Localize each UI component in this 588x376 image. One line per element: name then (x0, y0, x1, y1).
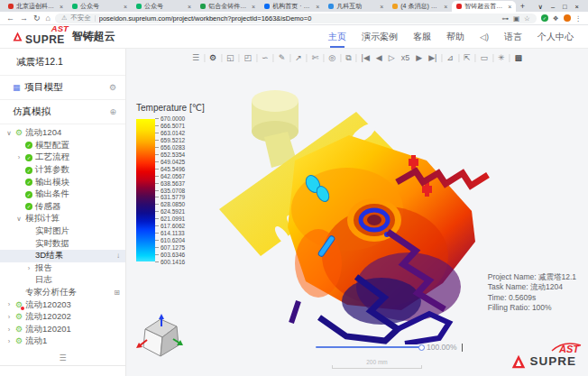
speed-x5[interactable]: x5 (398, 51, 413, 64)
new-tab-button[interactable]: + (516, 1, 528, 12)
tree-item-流动120202[interactable]: ›⚙流动120202 (0, 311, 125, 324)
chevron-right-icon[interactable]: › (5, 314, 13, 321)
chevron-right-icon[interactable]: › (5, 326, 13, 334)
model-3d-render[interactable] (212, 74, 501, 344)
chevron-right-icon[interactable]: › (15, 154, 23, 161)
clip-icon[interactable]: ✄ (308, 51, 322, 64)
extensions-puzzle-icon[interactable]: ❖ (553, 14, 559, 23)
tab-close-icon[interactable]: × (252, 4, 255, 10)
tree-item-传感器[interactable]: ✓传感器 (0, 201, 125, 214)
save-icon[interactable]: ▣ (513, 14, 519, 23)
first-frame-icon[interactable]: |◀ (358, 51, 372, 64)
app-logo[interactable]: SUPRE AST 智铸超云 (13, 27, 115, 47)
tree-item-流动1204[interactable]: ∨⚙流动1204 (0, 127, 125, 140)
tree-item-模型配置[interactable]: ✓模型配置 (0, 140, 125, 152)
display-icon[interactable]: ▭ (477, 51, 492, 64)
timeline-slider[interactable]: 100.00% (316, 343, 463, 352)
nav-item-客服[interactable]: 客服 (413, 25, 431, 48)
home-icon[interactable]: ⌂ (46, 14, 51, 23)
bookmark-star-icon[interactable]: ☆ (524, 14, 530, 23)
address-bar[interactable]: ⚠ 不安全 poseidon.supreium.com/project/work… (55, 14, 537, 23)
profile-avatar[interactable] (564, 14, 571, 22)
slider-track[interactable] (316, 346, 422, 348)
chevron-down-icon[interactable]: ∨ (15, 216, 23, 223)
tab-close-icon[interactable]: × (508, 4, 511, 10)
nav-item-个人中心[interactable]: 个人中心 (537, 25, 574, 48)
slider-handle[interactable] (418, 344, 425, 351)
tree-item-实时数据[interactable]: 实时数据 (0, 237, 125, 250)
last-frame-icon[interactable]: ▶| (426, 51, 440, 64)
chevron-right-icon[interactable]: › (5, 338, 13, 345)
back-icon[interactable]: ← (6, 14, 14, 23)
print-icon[interactable]: ▩ (511, 51, 526, 64)
tree-item-输出模块[interactable]: ✓输出模块 (0, 176, 125, 188)
tab-close-icon[interactable]: × (444, 4, 447, 10)
browser-tab[interactable]: 智铸超云首网—× (452, 1, 516, 12)
sidebar-collapse-button[interactable]: ☰ (0, 351, 125, 366)
browser-tab[interactable]: (4 条消息) 墨刀× (388, 1, 452, 12)
browser-tab[interactable]: 凡科互动× (324, 1, 388, 12)
browser-tab[interactable]: 公众号× (132, 1, 196, 12)
navigation-cube[interactable] (135, 311, 184, 362)
tree-item-流动120201[interactable]: ›⚙流动120201 (0, 324, 125, 336)
tree-item-报告[interactable]: ›报告 (0, 262, 125, 275)
browser-tab[interactable]: 北京适创科技有× (4, 1, 68, 12)
extension-badge-icon[interactable]: ✓ (541, 14, 548, 22)
reload-icon[interactable]: ↻ (33, 14, 41, 23)
export-view-icon[interactable]: ↗ (292, 51, 306, 64)
model-box-icon[interactable]: ◰ (241, 51, 255, 64)
nav-item-语言[interactable]: 语言 (504, 25, 522, 48)
share-icon[interactable]: ⇱ (460, 51, 473, 64)
progress-value[interactable]: 100.00% (427, 343, 457, 352)
maximize-icon[interactable]: □ (563, 3, 567, 11)
play-icon[interactable]: ▷ (385, 51, 398, 64)
tree-item-计算参数[interactable]: ✓计算参数 (0, 164, 125, 177)
tab-close-icon[interactable]: × (60, 4, 63, 10)
more-menu-icon[interactable]: ⋮ (575, 14, 583, 23)
chevron-right-icon[interactable]: › (25, 265, 32, 272)
effects-icon[interactable]: ✳ (495, 51, 509, 64)
camera-icon[interactable]: ◎ (326, 51, 339, 64)
speaker-icon[interactable]: ◁) (480, 32, 489, 41)
tree-item-流动1[interactable]: ›⚙流动1 (0, 335, 125, 348)
tree-item-工艺流程[interactable]: ›✓工艺流程 (0, 151, 125, 164)
tree-item-模拟计算[interactable]: ∨模拟计算 (0, 213, 125, 225)
sidebar-item-simulation[interactable]: 仿真模拟 ⊕ (0, 100, 125, 124)
tree-item-流动120203[interactable]: ›⚙流动120203 (0, 298, 125, 311)
add-icon[interactable]: ⊕ (109, 107, 116, 116)
panel-icon[interactable]: ⊞ (114, 289, 120, 297)
chevron-right-icon[interactable]: › (5, 301, 13, 308)
forward-icon[interactable]: → (20, 14, 28, 23)
tree-item-专家分析任务[interactable]: 专家分析任务⊞ (0, 287, 125, 299)
nav-item-演示案例[interactable]: 演示案例 (362, 25, 398, 48)
chart-icon[interactable]: ⊿ (444, 51, 457, 64)
download-icon[interactable]: ↓ (116, 252, 120, 260)
prev-frame-icon[interactable]: ◀ (372, 51, 385, 64)
minimize-icon[interactable]: – (551, 3, 555, 11)
close-icon[interactable]: × (575, 3, 579, 11)
sidebar-item-project-model[interactable]: ▦ 项目模型 ⚙ (0, 76, 125, 100)
tree-item-实时图片[interactable]: 实时图片 (0, 225, 125, 238)
measure-icon[interactable]: ✎ (275, 51, 289, 64)
tab-close-icon[interactable]: × (316, 4, 319, 10)
tree-item-3D结果[interactable]: 3D结果↓ (0, 250, 125, 262)
tab-close-icon[interactable]: × (188, 4, 191, 10)
menu-icon[interactable]: ☰ (188, 51, 202, 64)
crop-icon[interactable]: ◱ (224, 51, 238, 64)
tab-close-icon[interactable]: × (380, 4, 383, 10)
nav-item-主页[interactable]: 主页 (328, 25, 346, 48)
chevron-down-icon[interactable]: ∨ (5, 130, 13, 137)
settings-icon[interactable]: ⚙ (207, 51, 220, 64)
tab-close-icon[interactable]: × (124, 4, 127, 10)
next-frame-icon[interactable]: ▶ (413, 51, 426, 64)
tab-search-chevron-icon[interactable]: ∨ (537, 3, 543, 11)
layers-icon[interactable]: ⧉ (343, 51, 354, 64)
nav-item-帮助[interactable]: 帮助 (446, 25, 464, 48)
viewport-3d[interactable]: ☰⚙◱◰∽✎↗✄◎⧉|◀◀▷x5▶▶|⊿⇱▭✳▩ Temperature [℃]… (126, 49, 588, 376)
tree-item-输出条件[interactable]: ✓输出条件 (0, 188, 125, 201)
tree-item-日志[interactable]: 日志 (0, 274, 125, 287)
gear-icon[interactable]: ⚙ (109, 83, 116, 92)
browser-tab[interactable]: 公众号× (68, 1, 132, 12)
section-curve-icon[interactable]: ∽ (259, 51, 272, 64)
browser-tab[interactable]: 机构首页 · 知乎× (260, 1, 324, 12)
